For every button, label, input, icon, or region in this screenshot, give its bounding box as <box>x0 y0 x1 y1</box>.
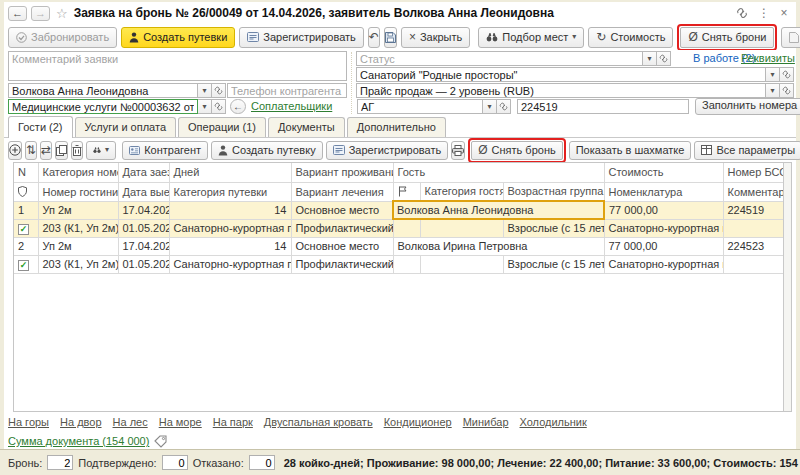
bso-number-input[interactable] <box>517 99 689 114</box>
price-dropdown-button[interactable]: ▾ <box>766 83 780 98</box>
slashed-circle-icon: Ø <box>688 31 697 43</box>
agreement-input[interactable] <box>8 99 198 114</box>
book-button[interactable]: Забронировать <box>8 27 117 48</box>
declined-count-label: Отказано: <box>193 457 244 469</box>
shield-icon <box>14 182 38 201</box>
move-row-button[interactable]: ⇅ <box>25 141 37 160</box>
applicant-input[interactable] <box>8 83 198 98</box>
close-window-icon[interactable]: × <box>776 6 792 20</box>
booked-checkbox[interactable]: ✓ <box>18 224 29 235</box>
agent-input[interactable] <box>357 99 483 114</box>
register-button[interactable]: Зарегистрировать <box>239 27 364 48</box>
companions-nav-button[interactable]: ← <box>230 99 246 114</box>
printer-icon <box>452 145 464 156</box>
agent-dropdown-button[interactable]: ▾ <box>483 99 497 114</box>
add-circle-icon <box>9 144 21 156</box>
show-chess-button[interactable]: Показать в шахматке <box>569 141 692 160</box>
agent-open-button[interactable] <box>497 99 511 114</box>
chain-icon <box>214 86 223 95</box>
hotel-open-button[interactable] <box>780 67 794 82</box>
nav-back-button[interactable]: ← <box>8 6 27 21</box>
grid-scrollbar[interactable] <box>783 163 791 411</box>
agreement-open-button[interactable] <box>212 99 226 114</box>
caret-down-icon: ▾ <box>105 146 109 154</box>
link-air-conditioner[interactable]: Кондиционер <box>384 416 452 430</box>
hotel-input[interactable] <box>356 67 766 82</box>
booked-checkbox[interactable]: ✓ <box>18 260 29 271</box>
create-voucher-button[interactable]: Создать путевку <box>211 141 323 160</box>
applicant-dropdown-button[interactable]: ▾ <box>198 83 212 98</box>
link-sea[interactable]: На море <box>159 416 202 430</box>
get-link-icon[interactable] <box>736 7 752 19</box>
row1-line2[interactable]: ✓ 203 (К1, Уп 2м) 01.05.2026 Санаторно-к… <box>14 219 784 237</box>
window-title: Заявка на бронь № 26/00049 от 14.04.2026… <box>74 6 554 20</box>
close-button[interactable]: × Закрыть <box>401 27 470 48</box>
swap-button[interactable]: ⇄ <box>40 141 52 160</box>
counterparty-button[interactable]: Контрагент <box>122 141 208 160</box>
search-button[interactable]: ▾ <box>86 141 116 160</box>
link-minibar[interactable]: Минибар <box>463 416 509 430</box>
favorite-star-icon[interactable]: ☆ <box>56 6 68 21</box>
create-from-unbooked-button[interactable]: Создать заявку по снятой брони <box>781 27 800 48</box>
link-mountains[interactable]: На горы <box>8 416 49 430</box>
register-card-icon <box>333 145 345 155</box>
declined-count-input[interactable] <box>249 455 275 470</box>
link-fridge[interactable]: Холодильник <box>520 416 587 430</box>
applicant-open-button[interactable] <box>212 83 226 98</box>
tab-services-payment[interactable]: Услуги и оплата <box>75 117 177 137</box>
status-input[interactable] <box>356 51 643 66</box>
delete-row-button[interactable] <box>71 141 83 160</box>
document-icon <box>789 32 799 43</box>
guests-table: N Категория номера Дата заезда Дней Вари… <box>14 163 785 274</box>
unbook-row-button[interactable]: Ø Снять бронь <box>471 141 563 160</box>
fill-bso-button[interactable]: Заполнить номера БСО <box>695 98 800 115</box>
link-forest[interactable]: На лес <box>113 416 148 430</box>
chain-icon <box>659 54 668 63</box>
nav-forward-button[interactable]: → <box>31 6 50 21</box>
requisites-link[interactable]: Реквизиты <box>741 52 795 64</box>
add-row-button[interactable] <box>8 141 22 160</box>
tab-additional[interactable]: Дополнительно <box>347 117 446 137</box>
print-button[interactable] <box>451 141 465 160</box>
agreement-dropdown-button[interactable]: ▾ <box>198 99 212 114</box>
more-menu-icon[interactable]: ⋮ <box>756 6 772 20</box>
tab-documents[interactable]: Документы <box>268 117 345 137</box>
copy-row-button[interactable] <box>55 141 68 160</box>
cost-button[interactable]: ↻ Стоимость <box>588 27 673 48</box>
companions-link[interactable]: Соплательщики <box>251 100 332 112</box>
link-double-bed[interactable]: Двуспальная кровать <box>264 416 373 430</box>
binoculars-icon <box>486 32 498 42</box>
link-yard[interactable]: На двор <box>60 416 102 430</box>
caret-down-icon: ▾ <box>572 33 576 41</box>
register-guest-button[interactable]: Зарегистрировать <box>326 141 449 160</box>
pick-places-button[interactable]: Подбор мест ▾ <box>478 27 584 48</box>
tab-operations[interactable]: Операции (1) <box>178 117 266 137</box>
header-form: ▾ ▾ ← Соплательщики ▾ В работе (2) Рекви… <box>4 50 796 116</box>
grid-icon <box>701 145 712 155</box>
create-vouchers-button[interactable]: Создать путевки <box>121 27 235 48</box>
request-comment-input[interactable] <box>8 51 347 81</box>
save-button[interactable] <box>384 27 397 48</box>
undo-button[interactable]: ↶ <box>368 27 380 48</box>
app-window: ← → ☆ Заявка на бронь № 26/00049 от 14.0… <box>0 0 800 475</box>
confirmed-count-input[interactable] <box>162 455 188 470</box>
status-open-button[interactable] <box>657 51 671 66</box>
book-count-input[interactable] <box>47 455 73 470</box>
document-sum-row: Сумма документа (154 000) <box>4 430 796 449</box>
price-input[interactable] <box>356 83 766 98</box>
chain-icon <box>499 102 508 111</box>
unbook-button[interactable]: Ø Снять брони <box>680 27 774 48</box>
chain-icon <box>214 102 223 111</box>
all-params-button[interactable]: Все параметры <box>694 141 800 160</box>
link-park[interactable]: На парк <box>213 416 253 430</box>
slashed-circle-icon: Ø <box>478 144 487 156</box>
row2-line1[interactable]: 2 Уп 2м 17.04.2026 14 Основное место Вол… <box>14 237 784 255</box>
price-open-button[interactable] <box>780 83 794 98</box>
phone-input[interactable] <box>227 83 347 98</box>
document-sum-link[interactable]: Сумма документа (154 000) <box>8 435 149 447</box>
row2-line2[interactable]: ✓ 203 (К1, Уп 2м) 01.05.2026 Санаторно-к… <box>14 255 784 273</box>
tab-guests[interactable]: Гости (2) <box>8 116 73 138</box>
hotel-dropdown-button[interactable]: ▾ <box>766 67 780 82</box>
status-dropdown-button[interactable]: ▾ <box>643 51 657 66</box>
row1-line1[interactable]: 1 Уп 2м 17.04.2026 14 Основное место Вол… <box>14 201 784 219</box>
